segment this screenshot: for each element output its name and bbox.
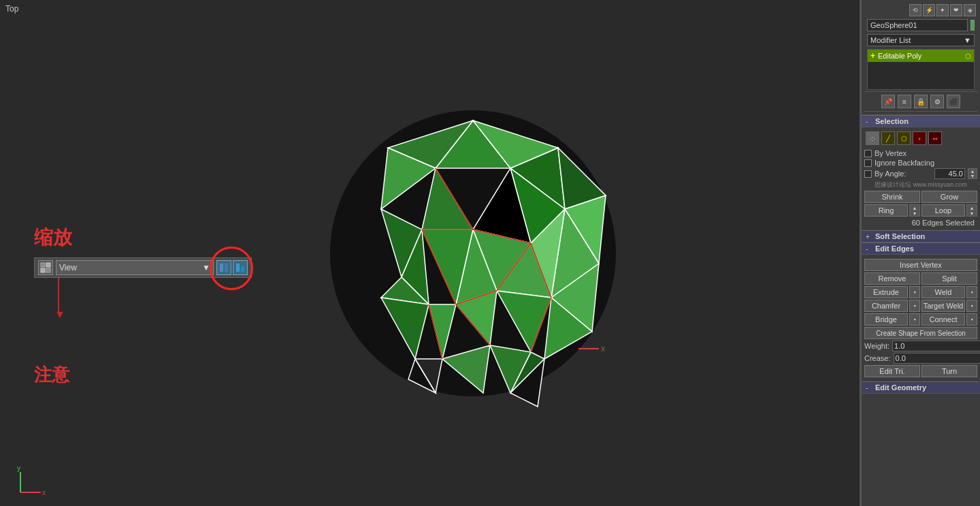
weight-input[interactable] (892, 341, 980, 351)
chamfer-btn[interactable]: Chamfer (864, 300, 908, 312)
edit-edges-toggle: - (866, 245, 872, 253)
edit-edges-body: Insert Vertex Remove Split Extrude ▪ Wel… (862, 255, 980, 381)
toolbar-pair-btn1[interactable] (216, 260, 231, 275)
extrude-btn[interactable]: Extrude (864, 286, 908, 298)
modifier-list-dropdown[interactable]: Modifier List ▼ (867, 34, 975, 46)
weight-row: Weight: ▲ ▼ (864, 341, 977, 351)
remove-split-row: Remove Split (864, 272, 977, 285)
svg-rect-51 (241, 266, 244, 272)
ring-group: Ring ▲ ▼ (864, 204, 920, 217)
loop-btn[interactable]: Loop (921, 204, 965, 217)
loop-spinner[interactable]: ▲ ▼ (966, 204, 977, 217)
turn-btn[interactable]: Turn (921, 365, 977, 377)
targetweld-group: Target Weld ▪ (921, 300, 977, 312)
chamfer-group: Chamfer ▪ (864, 300, 920, 312)
weld-btn[interactable]: Weld (921, 286, 965, 298)
svg-rect-44 (41, 263, 45, 267)
edit-edges-header[interactable]: - Edit Edges (862, 242, 980, 255)
angle-spin-down[interactable]: ▼ (968, 174, 977, 178)
targetweld-settings-btn[interactable]: ▪ (966, 300, 977, 312)
ring-btn[interactable]: Ring (864, 204, 908, 217)
tool-config-btn[interactable]: ⬛ (947, 95, 960, 108)
ring-spin-down[interactable]: ▼ (910, 210, 919, 216)
connect-settings-btn[interactable]: ▪ (966, 313, 977, 326)
connect-btn[interactable]: Connect (921, 313, 965, 326)
sel-edge-icon[interactable]: ╱ (881, 131, 895, 145)
sel-element-icon[interactable]: ▪▪ (928, 131, 942, 145)
object-color-swatch[interactable] (970, 20, 975, 31)
bridge-settings-btn[interactable]: ▪ (909, 313, 920, 326)
sel-vertex-icon[interactable]: ·:· (866, 131, 879, 145)
loop-spin-up[interactable]: ▲ (967, 205, 977, 210)
svg-rect-49 (225, 264, 228, 272)
modifier-stack: + Editable Poly ⬡ (867, 49, 975, 90)
edit-geometry-header[interactable]: - Edit Geometry (862, 381, 980, 394)
object-name-field[interactable] (867, 19, 968, 31)
viewport-axes: x y (14, 465, 41, 492)
insert-vertex-btn[interactable]: Insert Vertex (864, 259, 977, 271)
panel-icon-5[interactable]: ◈ (964, 4, 976, 16)
ring-spin-up[interactable]: ▲ (910, 205, 919, 210)
selection-section-header[interactable]: - Selection (862, 115, 980, 127)
svg-rect-45 (46, 263, 50, 267)
split-btn[interactable]: Split (921, 272, 977, 285)
extrude-settings-btn[interactable]: ▪ (909, 286, 920, 298)
edittri-turn-row: Edit Tri. Turn (864, 365, 977, 377)
view-dropdown[interactable]: View ▼ (56, 260, 214, 275)
chamfer-settings-btn[interactable]: ▪ (909, 300, 920, 312)
main-viewport: Top (0, 0, 861, 506)
weld-settings-btn[interactable]: ▪ (966, 286, 977, 298)
bridge-group: Bridge ▪ (864, 313, 920, 326)
bridge-btn[interactable]: Bridge (864, 313, 908, 326)
crease-input[interactable] (894, 353, 980, 364)
loop-spin-down[interactable]: ▼ (967, 210, 977, 216)
loop-group: Loop ▲ ▼ (921, 204, 977, 217)
extrude-group: Extrude ▪ (864, 286, 920, 298)
left-ui-panel: 缩放 View ▼ (34, 225, 252, 387)
toolbar-icon-btn[interactable] (38, 260, 53, 275)
shrink-btn[interactable]: Shrink (864, 191, 920, 203)
object-name-row (864, 18, 977, 33)
sel-border-icon[interactable]: ⬡ (897, 131, 911, 145)
panel-icon-1[interactable]: ⟲ (909, 4, 921, 16)
modifier-plus-icon: + (870, 51, 875, 61)
ring-spinner[interactable]: ▲ ▼ (909, 204, 920, 217)
by-angle-row: By Angle: ▲ ▼ (864, 168, 977, 179)
svg-rect-47 (46, 268, 50, 272)
tool-lock-btn[interactable]: 🔒 (914, 95, 928, 108)
toolbar-bar: View ▼ (34, 257, 252, 278)
svg-rect-46 (41, 268, 45, 272)
by-angle-checkbox[interactable] (864, 170, 872, 178)
panel-tools-row: 📌 ≡ 🔒 ⚙ ⬛ (864, 91, 977, 112)
grow-btn[interactable]: Grow (921, 191, 977, 203)
zoom-label: 缩放 (34, 225, 252, 251)
selection-section-body: ·:· ╱ ⬡ ▪ ▪▪ By Vertex Ignore Backfacing… (862, 127, 980, 230)
modifier-arrow-icon: ⬡ (965, 52, 971, 60)
by-angle-spinner[interactable]: ▲ ▼ (968, 168, 977, 179)
toolbar-btn-group (216, 260, 248, 275)
by-vertex-checkbox[interactable] (864, 150, 872, 157)
tool-settings-btn[interactable]: ⚙ (930, 95, 944, 108)
svg-text:x: x (42, 489, 46, 496)
panel-icon-3[interactable]: ✦ (936, 4, 949, 16)
geosphere-svg: x (320, 93, 626, 413)
tool-pin-btn[interactable]: 📌 (881, 95, 895, 108)
create-shape-btn[interactable]: Create Shape From Selection (864, 327, 977, 339)
panel-icon-2[interactable]: ⚡ (923, 4, 935, 16)
soft-selection-header[interactable]: + Soft Selection (862, 230, 980, 242)
tool-stack-btn[interactable]: ≡ (898, 95, 911, 108)
viewport-label: Top (5, 4, 18, 14)
angle-spin-up[interactable]: ▲ (968, 169, 977, 174)
edit-tri-btn[interactable]: Edit Tri. (864, 365, 920, 377)
modifier-item-editable-poly[interactable]: + Editable Poly ⬡ (868, 50, 974, 62)
target-weld-btn[interactable]: Target Weld (921, 300, 965, 312)
remove-btn[interactable]: Remove (864, 272, 920, 285)
extrude-weld-row: Extrude ▪ Weld ▪ (864, 286, 977, 298)
by-angle-input[interactable] (934, 168, 965, 179)
geosphere-container: x (320, 93, 626, 413)
edit-geometry-toggle: - (866, 384, 872, 392)
ignore-backfacing-checkbox[interactable] (864, 159, 872, 167)
panel-icon-4[interactable]: ❤ (950, 4, 962, 16)
sel-poly-icon[interactable]: ▪ (913, 131, 926, 145)
toolbar-pair-btn2[interactable] (233, 260, 248, 275)
